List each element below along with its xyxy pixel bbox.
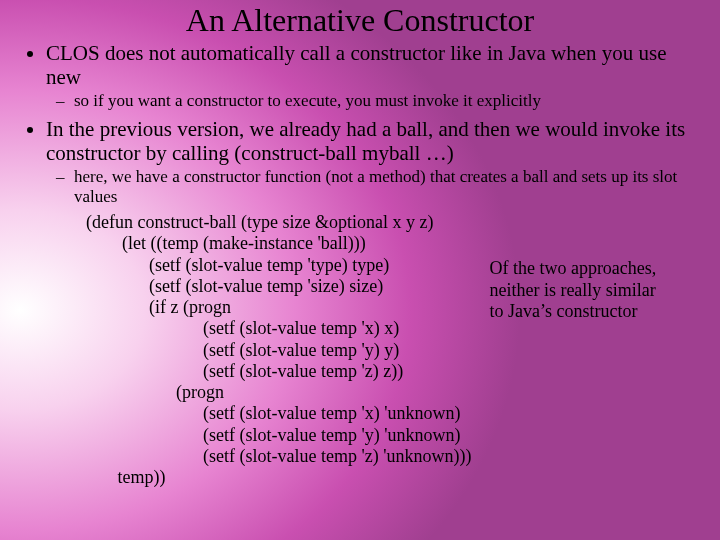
bullet-1-text: CLOS does not automatically call a const… [46, 41, 667, 89]
bullet-1-sublist: so if you want a constructor to execute,… [46, 91, 702, 111]
bullet-2-sublist: here, we have a constructor function (no… [46, 167, 702, 206]
aside-note: Of the two approaches, neither is really… [471, 212, 664, 488]
bullet-1: CLOS does not automatically call a const… [46, 41, 702, 111]
bullet-1-sub: so if you want a constructor to execute,… [74, 91, 702, 111]
code-block: (defun construct-ball (type size &option… [86, 212, 471, 488]
code-region: (defun construct-ball (type size &option… [18, 212, 702, 488]
bullet-list: CLOS does not automatically call a const… [18, 41, 702, 206]
bullet-2-sub: here, we have a constructor function (no… [74, 167, 702, 206]
slide-title: An Alternative Constructor [18, 0, 702, 39]
bullet-2: In the previous version, we already had … [46, 117, 702, 206]
bullet-2-text: In the previous version, we already had … [46, 117, 685, 165]
slide: An Alternative Constructor CLOS does not… [0, 0, 720, 540]
